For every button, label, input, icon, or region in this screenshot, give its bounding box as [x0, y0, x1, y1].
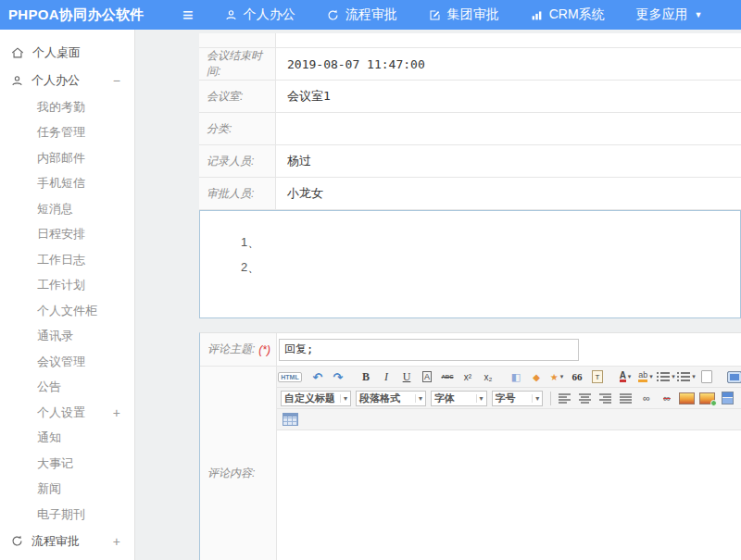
subscript-icon[interactable]: x₂ — [479, 368, 497, 385]
sidebar-item-label: 电子期刊 — [37, 506, 85, 523]
caret-down-icon: ▾ — [628, 373, 632, 380]
highlight-icon[interactable]: ab▾ — [636, 368, 655, 385]
fullscreen-icon[interactable] — [725, 368, 741, 385]
custom-title-select[interactable]: 自定义标题▾ — [281, 391, 351, 406]
link-icon[interactable]: ∞ — [637, 390, 656, 406]
paste-icon[interactable]: T — [588, 368, 607, 385]
font-border-icon[interactable]: A — [418, 368, 436, 385]
autotypeset-icon[interactable]: ★▾ — [547, 368, 566, 385]
align-center-icon[interactable] — [576, 390, 595, 406]
redo-icon[interactable]: ↷ — [329, 368, 347, 385]
ordered-list-icon-glyph — [657, 371, 670, 382]
expander-icon[interactable]: + — [113, 405, 120, 420]
fullscreen-icon-glyph — [727, 371, 741, 383]
sidebar-item-personal-settings[interactable]: 个人设置+ — [0, 400, 134, 426]
sidebar-item-label: 个人设置 — [37, 404, 85, 421]
align-right-icon-glyph — [599, 392, 611, 404]
sidebar-item-label: 个人文件柜 — [37, 303, 97, 319]
table-row-meeting-end-time: 会议结束时间:2019-08-07 11:47:00 — [199, 48, 741, 81]
align-right-icon[interactable] — [597, 390, 615, 406]
sidebar-item-internal-mail[interactable]: 内部邮件 — [0, 145, 134, 171]
link-icon-glyph: ∞ — [643, 392, 650, 404]
content-line: 1、 — [241, 230, 740, 255]
align-left-icon-glyph — [559, 392, 571, 404]
ordered-list-icon[interactable]: ▾ — [657, 368, 675, 385]
html-source-button[interactable]: HTML — [281, 368, 299, 385]
nav-item-label: 流程审批 — [345, 6, 397, 23]
font-color-icon[interactable]: A▾ — [616, 368, 634, 385]
bold-icon[interactable]: B — [357, 368, 375, 385]
undo-icon[interactable]: ↶ — [308, 368, 327, 385]
underline-icon-glyph: U — [403, 370, 411, 384]
underline-icon[interactable]: U — [397, 368, 416, 385]
font-family-select[interactable]: 字体▾ — [431, 391, 487, 406]
superscript-icon-glyph: x² — [464, 372, 471, 382]
main-content: 会议结束时间:2019-08-07 11:47:00会议室:会议室1分类:记录人… — [136, 30, 741, 560]
sidebar-item-e-journal[interactable]: 电子期刊 — [0, 502, 134, 528]
eraser-icon[interactable]: ◧ — [507, 368, 525, 385]
font-size-select[interactable]: 字号▾ — [492, 391, 544, 406]
person-icon — [225, 9, 237, 21]
sidebar-item-label: 新闻 — [37, 480, 61, 497]
nav-item-workflow-approval[interactable]: 流程审批 — [327, 6, 397, 23]
nav-item-personal-office[interactable]: 个人办公 — [225, 6, 295, 23]
comment-content-row: 评论内容: HTML↶↷BIUAABCx²x₂◧◆★▾66TA▾ab▾▾▾ 自定… — [200, 367, 741, 560]
align-center-icon-glyph — [579, 392, 591, 404]
hamburger-icon[interactable]: ≡ — [182, 6, 194, 24]
italic-icon-glyph: I — [384, 370, 388, 384]
sidebar-item-work-log[interactable]: 工作日志 — [0, 247, 134, 273]
sidebar-item-mobile-sms[interactable]: 手机短信 — [0, 171, 134, 197]
sidebar-item-memorabilia[interactable]: 大事记 — [0, 451, 134, 477]
sidebar-item-announcement[interactable]: 公告 — [0, 375, 134, 401]
superscript-icon[interactable]: x² — [458, 368, 477, 385]
nav-item-label: CRM系统 — [549, 6, 605, 23]
comment-form: 评论主题: (*) 评论内容: HTML↶↷BIUAABCx²x₂◧◆★▾66T… — [199, 332, 741, 560]
sidebar-item-personal-desktop[interactable]: 个人桌面 — [0, 39, 134, 67]
nav-item-crm-system[interactable]: CRM系统 — [531, 6, 605, 23]
new-page-icon[interactable] — [697, 368, 716, 385]
blockquote-icon[interactable]: 66 — [568, 368, 586, 385]
sidebar-item-task-management[interactable]: 任务管理 — [0, 120, 134, 146]
expander-icon[interactable]: − — [113, 73, 120, 88]
font-color-icon-glyph: A — [620, 371, 626, 382]
paragraph-format-select[interactable]: 段落格式▾ — [356, 391, 426, 406]
unlink-icon[interactable]: ∞ — [658, 390, 676, 406]
table-icon[interactable] — [281, 411, 299, 428]
caret-down-icon: ▾ — [560, 373, 564, 380]
nav-item-more-apps[interactable]: 更多应用▼ — [636, 6, 703, 23]
sidebar-item-notice[interactable]: 通知 — [0, 426, 134, 452]
image-icon-glyph — [679, 392, 695, 404]
justify-icon[interactable] — [617, 390, 635, 406]
editor-toolbar-row3 — [277, 409, 741, 430]
sidebar-item-meeting-management[interactable]: 会议管理 — [0, 349, 134, 375]
insert-image-icon[interactable] — [698, 390, 717, 406]
sidebar-item-contacts[interactable]: 通讯录 — [0, 324, 134, 350]
caret-down-icon: ▾ — [476, 394, 484, 403]
sidebar-item-personal-file-cabinet[interactable]: 个人文件柜 — [0, 298, 134, 324]
panel-icon[interactable] — [719, 390, 737, 406]
expander-icon[interactable]: + — [113, 534, 120, 549]
format-brush-icon[interactable]: ◆ — [527, 368, 546, 385]
sidebar-item-schedule[interactable]: 日程安排 — [0, 222, 134, 248]
sidebar: 个人桌面个人办公−我的考勤任务管理内部邮件手机短信短消息日程安排工作日志工作计划… — [0, 30, 135, 560]
align-left-icon[interactable] — [556, 390, 574, 406]
sidebar-item-work-plan[interactable]: 工作计划 — [0, 273, 134, 299]
content-line: 2、 — [241, 255, 740, 280]
italic-icon[interactable]: I — [377, 368, 396, 385]
comment-subject-input[interactable] — [279, 339, 579, 361]
blockquote-icon-glyph: 66 — [572, 371, 583, 382]
sidebar-item-news[interactable]: 新闻 — [0, 477, 134, 503]
sidebar-item-my-attendance[interactable]: 我的考勤 — [0, 94, 134, 120]
nav-item-group-approval[interactable]: 集团审批 — [429, 6, 499, 23]
select-label: 段落格式 — [359, 392, 400, 405]
sidebar-item-workflow-approval[interactable]: 流程审批+ — [0, 528, 134, 555]
editor-content-area[interactable] — [277, 430, 741, 560]
insert-image-icon-glyph — [699, 392, 715, 404]
image-icon[interactable] — [678, 390, 697, 406]
sidebar-item-label: 通知 — [37, 429, 61, 446]
sidebar-item-short-message[interactable]: 短消息 — [0, 196, 134, 222]
unordered-list-icon[interactable]: ▾ — [677, 368, 696, 385]
strikethrough-icon[interactable]: ABC — [438, 368, 457, 385]
sidebar-item-personal-office[interactable]: 个人办公− — [0, 67, 134, 94]
row-value: 2019-08-07 11:47:00 — [276, 48, 741, 80]
